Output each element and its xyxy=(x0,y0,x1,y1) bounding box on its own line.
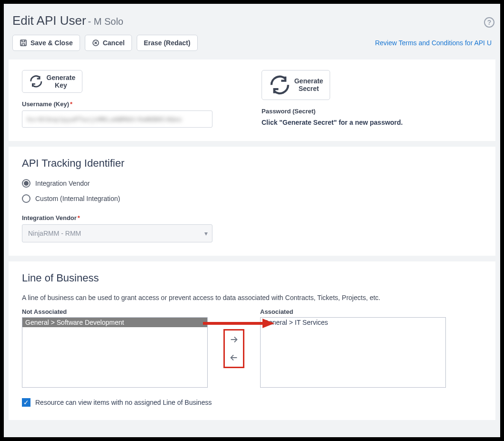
password-label: Password (Secret) xyxy=(262,108,482,115)
page-title-sub: - M Solo xyxy=(88,16,123,27)
cancel-label: Cancel xyxy=(103,39,125,47)
not-associated-header: Not Associated xyxy=(22,308,208,315)
not-associated-column: Not Associated General > Software Develo… xyxy=(22,308,208,388)
generate-secret-label: Generate Secret xyxy=(294,77,323,92)
tracking-card: API Tracking Identifier Integration Vend… xyxy=(9,147,495,256)
erase-button[interactable]: Erase (Redact) xyxy=(137,35,198,51)
username-value: hxr8tbnp1pyaPTwzjnMKLaABMAXr0aNDB0C4Qeo xyxy=(27,116,182,123)
username-column: Generate Key Username (Key)* hxr8tbnp1py… xyxy=(22,70,242,128)
list-item[interactable]: General > Software Development xyxy=(22,318,207,327)
list-item[interactable]: General > IT Services xyxy=(261,318,445,327)
page-header: Edit API User - M Solo ? xyxy=(4,4,500,28)
erase-label: Erase (Redact) xyxy=(144,39,191,47)
tracking-title: API Tracking Identifier xyxy=(22,157,482,170)
lob-description: A line of business can be used to grant … xyxy=(22,294,482,301)
associated-header: Associated xyxy=(260,308,446,315)
help-icon[interactable]: ? xyxy=(484,17,494,28)
radio-vendor-label: Integration Vendor xyxy=(35,180,90,187)
radio-custom-label: Custom (Internal Integration) xyxy=(35,195,120,202)
save-icon xyxy=(20,39,27,47)
save-close-button[interactable]: Save & Close xyxy=(12,35,80,51)
app-frame: Edit API User - M Solo ? Save & Close Ca… xyxy=(4,4,500,437)
lob-title: Line of Business xyxy=(22,272,482,284)
transfer-controls xyxy=(208,308,260,368)
vendor-select-value[interactable]: NinjaRMM - RMM xyxy=(22,224,212,242)
username-label: Username (Key)* xyxy=(22,100,242,108)
page-title-main: Edit API User xyxy=(12,13,86,28)
associated-column: Associated General > IT Services xyxy=(260,308,446,388)
generate-key-button[interactable]: Generate Key xyxy=(22,70,82,93)
cancel-icon xyxy=(92,39,100,47)
associated-listbox[interactable]: General > IT Services xyxy=(260,317,446,388)
view-unassigned-checkbox[interactable]: ✓ xyxy=(22,398,30,407)
dual-list: Not Associated General > Software Develo… xyxy=(22,308,482,388)
refresh-icon xyxy=(269,74,291,96)
toolbar: Save & Close Cancel Erase (Redact) Revie… xyxy=(4,28,500,60)
transfer-box-highlight xyxy=(223,329,244,368)
view-unassigned-row[interactable]: ✓ Resource can view items with no assign… xyxy=(22,398,482,407)
radio-custom-input[interactable] xyxy=(22,194,30,203)
arrow-right-icon xyxy=(229,334,239,345)
arrow-left-icon xyxy=(229,352,239,363)
svg-rect-0 xyxy=(20,40,26,46)
cancel-button[interactable]: Cancel xyxy=(85,35,132,51)
username-input[interactable]: hxr8tbnp1pyaPTwzjnMKLaABMAXr0aNDB0C4Qeo xyxy=(22,110,212,128)
password-note: Click "Generate Secret" for a new passwo… xyxy=(262,119,482,126)
save-close-label: Save & Close xyxy=(30,39,73,47)
refresh-icon xyxy=(29,74,43,89)
view-unassigned-label: Resource can view items with no assigned… xyxy=(35,399,212,406)
not-associated-listbox[interactable]: General > Software Development xyxy=(22,317,208,388)
radio-vendor[interactable]: Integration Vendor xyxy=(22,179,482,188)
radio-vendor-input[interactable] xyxy=(22,179,30,188)
credentials-card: Generate Key Username (Key)* hxr8tbnp1py… xyxy=(9,60,495,141)
generate-secret-button[interactable]: Generate Secret xyxy=(262,70,330,100)
terms-link[interactable]: Review Terms and Conditions for API U xyxy=(375,39,492,47)
move-left-button[interactable] xyxy=(228,351,240,364)
generate-key-label: Generate Key xyxy=(47,74,76,89)
move-right-button[interactable] xyxy=(228,333,240,346)
radio-custom[interactable]: Custom (Internal Integration) xyxy=(22,194,482,203)
password-column: Generate Secret Password (Secret) Click … xyxy=(262,70,482,128)
vendor-select[interactable]: NinjaRMM - RMM ▾ xyxy=(22,224,212,242)
page-title: Edit API User - M Solo xyxy=(12,13,123,28)
vendor-select-label: Integration Vendor* xyxy=(22,214,482,221)
lob-card: Line of Business A line of business can … xyxy=(9,261,495,420)
